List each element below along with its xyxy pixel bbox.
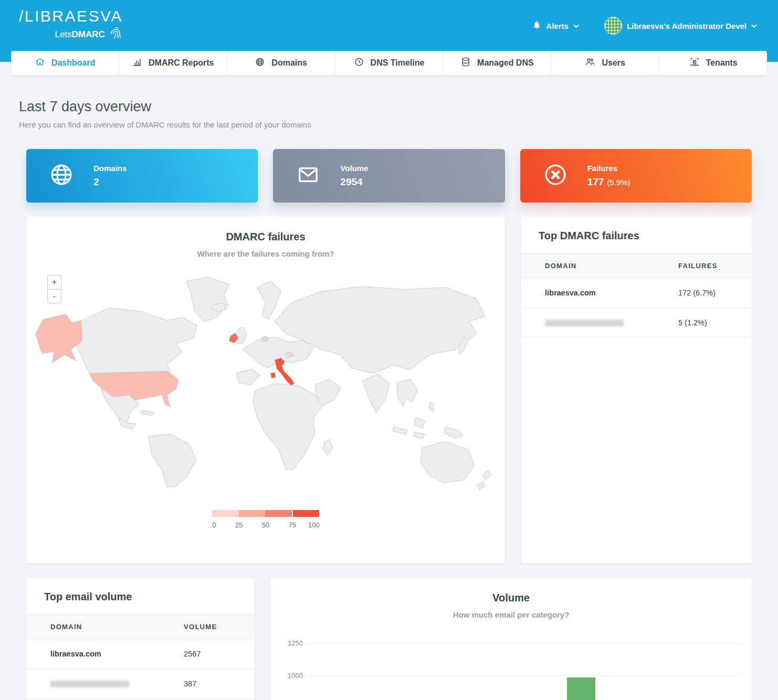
top-dmarc-failures-card: Top DMARC failures DOMAIN FAILURES libra…	[521, 216, 752, 564]
nav-item-tenants[interactable]: Tenants	[659, 51, 767, 75]
chevron-down-icon	[573, 21, 579, 30]
nav-item-dmarc-reports[interactable]: DMARC Reports	[119, 51, 227, 75]
bell-icon	[532, 20, 541, 31]
nav-label: Users	[602, 58, 625, 68]
volume-chart-subtitle: How much email per category?	[270, 610, 752, 619]
stat-label: Domains	[93, 164, 127, 173]
region-sardinia[interactable]	[270, 372, 276, 378]
domain-cell: libraesva.com	[26, 639, 184, 669]
nav-label: DNS Timeline	[371, 58, 425, 68]
alerts-menu[interactable]: Alerts	[532, 20, 579, 31]
zoom-out-button[interactable]: -	[48, 289, 61, 303]
bar-chart-icon	[132, 57, 142, 69]
failures-count: 177	[587, 176, 604, 187]
failures-percent: (5.9%)	[607, 178, 630, 187]
legend-segment-3	[265, 510, 292, 517]
legend-segment-4	[293, 510, 320, 517]
stat-value: 2954	[340, 176, 368, 188]
top-email-volume-card: Top email volume DOMAIN VOLUME libraesva…	[26, 578, 255, 700]
user-menu[interactable]: Libraesva's Administrator Devel	[604, 17, 757, 35]
region-greenland	[187, 277, 229, 322]
app-header: /LIBRAESVA LetsDMARC	[0, 0, 778, 62]
nav-item-users[interactable]: Users	[551, 51, 659, 75]
globe-icon	[49, 163, 73, 189]
stat-card-domains[interactable]: Domains 2	[26, 149, 258, 203]
dashboard-content: Last 7 days overview Here you can find a…	[0, 62, 778, 700]
nav-label: Dashboard	[51, 58, 96, 68]
redacted-domain	[50, 681, 129, 687]
legend-tick: 50	[262, 521, 269, 529]
region-new-zealand-south	[478, 482, 485, 490]
legend-tick: 0	[212, 521, 216, 529]
top-failures-title: Top DMARC failures	[521, 230, 752, 242]
stat-label: Volume	[340, 164, 368, 173]
nav-item-dashboard[interactable]: Dashboard	[11, 51, 119, 75]
zoom-in-button[interactable]: +	[48, 275, 61, 289]
users-icon	[585, 57, 595, 69]
gridline	[308, 675, 740, 676]
region-south-america	[149, 434, 196, 487]
table-row[interactable]: 387	[26, 669, 255, 699]
top-failures-table: DOMAIN FAILURES libraesva.com 172 (6.7%)…	[521, 253, 752, 338]
region-se-asia	[397, 379, 417, 406]
legend-segment-1	[212, 510, 239, 517]
avatar	[604, 17, 622, 35]
table-row[interactable]: 5 (1.2%)	[521, 308, 752, 338]
column-header-volume: VOLUME	[184, 615, 255, 639]
region-alaska-us[interactable]	[36, 314, 82, 363]
stat-value: 2	[93, 176, 127, 188]
alerts-label: Alerts	[546, 22, 569, 30]
brand-sub-bold: DMARC	[72, 29, 105, 39]
legend-tick: 25	[235, 521, 243, 529]
main-nav: Dashboard DMARC Reports Domains	[11, 51, 767, 75]
brand-sub-light: LetsDMARC	[55, 29, 104, 40]
map-card-subtitle: Where are the failures coming from?	[26, 249, 505, 258]
table-row[interactable]: libraesva.com 2567	[26, 639, 255, 669]
region-asia	[275, 287, 485, 374]
legend-tick: 75	[289, 521, 296, 529]
volume-cell: 2567	[184, 639, 255, 669]
circle-x-icon	[543, 163, 567, 189]
region-uk	[237, 327, 247, 345]
world-map[interactable]: + -	[26, 270, 505, 496]
user-name: Libraesva's Administrator Devel	[627, 22, 747, 30]
choropleth-map	[31, 270, 500, 496]
nav-item-dns-timeline[interactable]: DNS Timeline	[335, 51, 444, 75]
region-australia	[420, 441, 475, 483]
top-volume-title: Top email volume	[26, 591, 255, 603]
failures-cell: 172 (6.7%)	[678, 278, 752, 308]
region-indonesia-2	[413, 432, 425, 439]
region-indonesia	[393, 427, 407, 434]
region-india	[363, 374, 390, 412]
database-icon	[460, 57, 471, 69]
page-title: Last 7 days overview	[19, 99, 752, 115]
nav-item-domains[interactable]: Domains	[227, 51, 335, 75]
region-middle-east	[315, 379, 341, 405]
globe-icon	[255, 57, 265, 69]
chevron-down-icon	[751, 21, 757, 30]
brand-name: /LIBRAESVA	[19, 7, 123, 25]
stat-card-volume[interactable]: Volume 2954	[273, 149, 504, 203]
map-legend: 0 25 50 75 100	[212, 510, 319, 529]
nav-item-managed-dns[interactable]: Managed DNS	[443, 51, 551, 75]
domain-cell: libraesva.com	[521, 278, 678, 308]
stat-card-failures[interactable]: Failures 177(5.9%)	[520, 149, 752, 203]
region-scandinavia	[257, 281, 281, 320]
region-new-guinea	[445, 427, 463, 439]
domain-cell	[26, 669, 184, 699]
volume-bar[interactable]	[567, 677, 595, 700]
envelope-icon	[296, 163, 320, 189]
legend-tick: 100	[308, 521, 320, 529]
legend-segment-2	[239, 510, 266, 517]
region-ireland[interactable]	[229, 333, 239, 343]
page-subtitle: Here you can find an overview of DMARC r…	[19, 120, 752, 129]
region-philippines	[429, 402, 434, 411]
volume-chart-title: Volume	[270, 592, 752, 604]
clock-icon	[354, 57, 364, 69]
gridline	[308, 643, 740, 643]
domain-cell	[521, 308, 678, 338]
table-row[interactable]: libraesva.com 172 (6.7%)	[521, 278, 752, 308]
failures-cell: 5 (1.2%)	[678, 308, 752, 338]
home-icon	[35, 57, 45, 69]
dmarc-failures-map-card: DMARC failures Where are the failures co…	[26, 216, 505, 564]
